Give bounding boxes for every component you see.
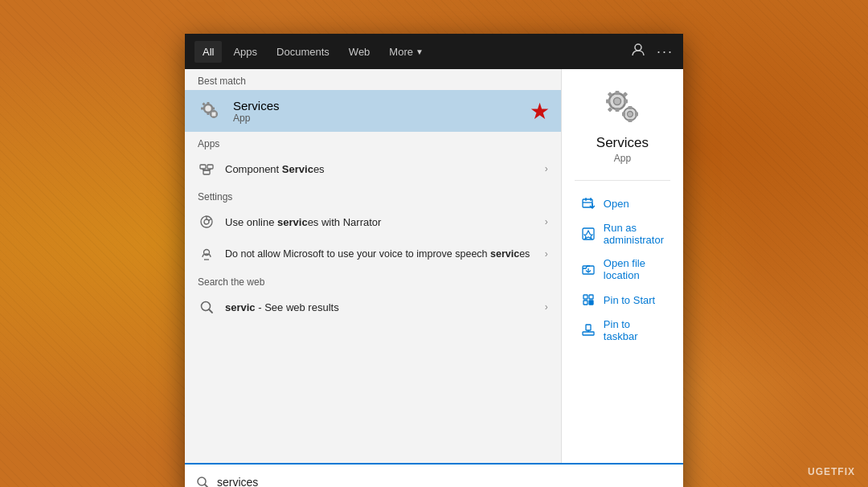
component-services-text: Component Services: [225, 163, 545, 175]
settings-section-label: Settings: [185, 185, 561, 206]
svg-point-37: [628, 112, 633, 117]
svg-rect-14: [207, 165, 213, 169]
arrow-icon: ›: [545, 163, 548, 174]
services-app-icon: [198, 98, 223, 124]
svg-rect-38: [628, 106, 633, 109]
voice-text: Do not allow Microsoft to use your voice…: [225, 248, 545, 260]
star-icon: ★: [530, 98, 550, 125]
web-search-text: servic - See web results: [225, 301, 545, 313]
svg-rect-53: [589, 301, 593, 305]
best-match-subtitle: App: [233, 113, 548, 124]
search-bar: [185, 463, 683, 487]
tab-more[interactable]: More ▼: [381, 41, 432, 63]
left-panel: Best match: [185, 69, 561, 463]
svg-point-0: [635, 44, 641, 51]
svg-rect-15: [203, 170, 210, 174]
topbar-actions: ···: [631, 43, 674, 60]
narrator-icon: [198, 213, 215, 231]
run-admin-action[interactable]: Run as administrator: [575, 218, 670, 250]
pin-taskbar-label: Pin to taskbar: [604, 318, 664, 342]
pin-start-action[interactable]: Pin to Start: [575, 289, 670, 311]
svg-rect-30: [616, 108, 620, 112]
svg-rect-9: [213, 111, 215, 113]
svg-rect-51: [589, 295, 593, 299]
app-icon-large: [601, 85, 643, 127]
narrator-text: Use online services with Narrator: [225, 216, 545, 228]
main-content: Best match: [185, 69, 683, 463]
open-icon: [581, 196, 596, 211]
location-icon: [581, 262, 596, 276]
user-icon[interactable]: [631, 43, 645, 60]
pin-start-icon: [581, 293, 596, 307]
tab-documents[interactable]: Documents: [268, 41, 338, 63]
best-match-text: Services App: [233, 99, 548, 124]
search-input[interactable]: [217, 476, 672, 487]
right-panel: Services App: [561, 69, 683, 463]
open-file-location-label: Open file location: [604, 257, 664, 281]
svg-rect-52: [583, 301, 588, 305]
more-options-icon[interactable]: ···: [657, 43, 674, 60]
svg-rect-13: [200, 165, 206, 169]
best-match-title: Services: [233, 99, 548, 113]
svg-rect-32: [624, 100, 628, 104]
web-search-item[interactable]: servic - See web results ›: [185, 291, 561, 323]
admin-icon: [581, 227, 596, 241]
svg-line-22: [209, 219, 211, 221]
pin-start-label: Pin to Start: [604, 294, 655, 306]
app-type: App: [614, 153, 631, 164]
watermark: UGETFIX: [808, 466, 855, 477]
arrow-icon-3: ›: [545, 248, 548, 260]
svg-rect-39: [628, 119, 633, 122]
search-web-icon: [198, 298, 215, 316]
svg-rect-2: [207, 102, 210, 104]
right-divider: [575, 180, 670, 181]
arrow-icon-2: ›: [545, 216, 548, 227]
pin-taskbar-icon: [581, 323, 596, 338]
narrator-services-item[interactable]: Use online services with Narrator ›: [185, 206, 561, 238]
svg-rect-29: [616, 91, 620, 95]
svg-rect-11: [211, 113, 212, 116]
top-nav-bar: All Apps Documents Web More ▼ ···: [185, 34, 683, 69]
open-file-location-action[interactable]: Open file location: [575, 253, 670, 285]
tab-apps[interactable]: Apps: [225, 41, 265, 63]
svg-line-26: [209, 309, 212, 313]
svg-rect-12: [216, 113, 218, 116]
svg-rect-4: [201, 108, 203, 110]
action-list: Open Run as administrator: [575, 192, 670, 346]
svg-rect-55: [586, 325, 591, 330]
apps-section-label: Apps: [185, 132, 561, 153]
tab-all[interactable]: All: [194, 41, 222, 63]
tab-web[interactable]: Web: [341, 41, 379, 63]
svg-point-20: [204, 219, 209, 224]
svg-rect-10: [213, 117, 215, 118]
voice-services-item[interactable]: Do not allow Microsoft to use your voice…: [185, 238, 561, 270]
best-match-label: Best match: [185, 69, 561, 90]
app-title: Services: [596, 135, 649, 151]
svg-rect-41: [635, 113, 638, 117]
svg-rect-3: [207, 113, 210, 115]
arrow-icon-4: ›: [545, 301, 548, 313]
open-label: Open: [604, 198, 629, 210]
run-admin-label: Run as administrator: [604, 222, 664, 246]
svg-rect-40: [622, 113, 625, 117]
svg-point-28: [614, 98, 621, 105]
component-services-icon: [198, 160, 215, 178]
best-match-item[interactable]: Services App ★: [185, 90, 561, 132]
nav-tabs: All Apps Documents Web More ▼: [194, 41, 631, 63]
svg-rect-31: [606, 100, 610, 104]
pin-taskbar-action[interactable]: Pin to taskbar: [575, 314, 670, 346]
svg-rect-5: [212, 108, 215, 110]
component-services-item[interactable]: Component Services ›: [185, 153, 561, 185]
web-section-label: Search the web: [185, 270, 561, 291]
search-icon: [196, 476, 209, 487]
voice-icon: [198, 245, 215, 263]
svg-rect-50: [583, 295, 588, 299]
svg-rect-54: [583, 332, 594, 335]
chevron-down-icon: ▼: [416, 47, 424, 56]
open-action[interactable]: Open: [575, 192, 670, 215]
